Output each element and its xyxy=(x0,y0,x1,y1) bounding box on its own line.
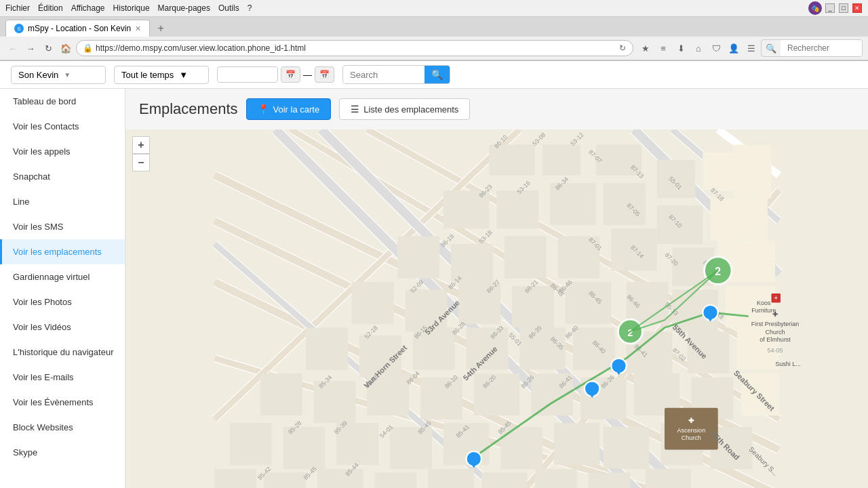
browser-search[interactable]: 🔍 xyxy=(761,39,863,57)
menu-historique[interactable]: Historique xyxy=(113,3,150,13)
svg-rect-68 xyxy=(474,373,520,415)
toolbar-icons: ★ ≡ ⬇ ⌂ 🛡 👤 ☰ xyxy=(639,41,758,55)
menu-affichage[interactable]: Affichage xyxy=(71,3,105,13)
sidebar-item-emails[interactable]: Voir les E-mails xyxy=(0,365,125,390)
sidebar-item-photos[interactable]: Voir les Photos xyxy=(0,289,125,314)
menu-marque-pages[interactable]: Marque-pages xyxy=(158,3,210,13)
menu-bar: Fichier Édition Affichage Historique Mar… xyxy=(0,0,868,17)
app-search-input[interactable] xyxy=(343,66,425,83)
refresh-button[interactable]: ↻ xyxy=(41,41,56,56)
time-filter-label: Tout le temps xyxy=(121,70,174,80)
browser-search-input[interactable] xyxy=(781,40,862,56)
ssl-lock-icon: 🔒 xyxy=(82,43,93,54)
bookmark-icon[interactable]: ★ xyxy=(639,41,652,55)
sidebar-item-events[interactable]: Voir les Évènements xyxy=(0,390,125,415)
svg-rect-39 xyxy=(711,198,768,240)
svg-rect-42 xyxy=(505,237,547,279)
menu-fichier[interactable]: Fichier xyxy=(5,3,30,13)
menu-outils[interactable]: Outils xyxy=(218,3,239,13)
sidebar-item-line[interactable]: Line xyxy=(0,189,125,214)
svg-rect-91 xyxy=(589,472,631,488)
svg-rect-64 xyxy=(260,373,302,415)
sidebar-item-geofencing[interactable]: Gardiennage virtuel xyxy=(0,264,125,289)
zoom-out-button[interactable]: − xyxy=(132,154,150,171)
sidebar-item-browser[interactable]: L'historique du navigateur xyxy=(0,340,125,365)
home-button[interactable]: 🏠 xyxy=(58,41,73,56)
sidebar: Tableau de bord Voir les Contacts Voir l… xyxy=(0,89,125,488)
device-selector[interactable]: Son Kevin ▼ xyxy=(11,66,106,84)
svg-rect-81 xyxy=(604,427,650,469)
download-icon[interactable]: ⬇ xyxy=(674,41,688,55)
svg-rect-51 xyxy=(566,282,612,324)
sidebar-item-calls[interactable]: Voir les appels xyxy=(0,139,125,164)
svg-rect-58 xyxy=(467,328,509,370)
shield-icon[interactable]: 🛡 xyxy=(709,41,723,55)
svg-rect-60 xyxy=(573,328,615,370)
view-map-button[interactable]: 📍 Voir la carte xyxy=(246,98,332,120)
svg-rect-29 xyxy=(542,145,580,176)
zoom-in-button[interactable]: + xyxy=(132,136,150,154)
svg-rect-77 xyxy=(390,427,432,469)
sidebar-item-locations[interactable]: Voir les emplacements xyxy=(0,239,125,264)
menu-help[interactable]: ? xyxy=(248,3,252,13)
sidebar-item-sms[interactable]: Voir les SMS xyxy=(0,214,125,239)
svg-text:Ascension: Ascension xyxy=(677,427,706,434)
svg-rect-28 xyxy=(489,145,535,176)
svg-text:Church: Church xyxy=(682,434,701,441)
svg-rect-85 xyxy=(264,472,306,488)
window-controls: 🎭 _ □ ✕ xyxy=(808,1,863,15)
profile-icon[interactable]: 👤 xyxy=(727,41,741,55)
active-tab[interactable]: S mSpy - Location - Son Kevin ✕ xyxy=(5,20,150,37)
forward-button[interactable]: → xyxy=(23,41,38,56)
svg-text:Church: Church xyxy=(766,329,785,336)
svg-text:54-05: 54-05 xyxy=(768,347,783,354)
tab-favicon: S xyxy=(14,24,24,33)
date-separator: — xyxy=(303,70,312,80)
address-bar: ← → ↻ 🏠 🔒 https://demo.mspy.com/user.vie… xyxy=(0,37,868,60)
map-container[interactable]: 86-10 53-08 53-12 86-23 53-16 86-34 86-1… xyxy=(125,129,868,488)
view-list-button[interactable]: ☰ Liste des emplacements xyxy=(339,98,470,120)
sidebar-item-skype[interactable]: Skype xyxy=(0,440,125,465)
sidebar-item-contacts[interactable]: Voir les Contacts xyxy=(0,114,125,139)
sidebar-item-videos[interactable]: Voir les Vidéos xyxy=(0,314,125,340)
home-icon2[interactable]: ⌂ xyxy=(692,41,705,55)
app-search[interactable]: 🔍 xyxy=(342,65,450,84)
svg-rect-90 xyxy=(535,469,577,488)
svg-rect-48 xyxy=(406,289,448,331)
new-tab-button[interactable]: + xyxy=(153,20,169,37)
time-selector[interactable]: Tout le temps ▼ xyxy=(114,66,209,84)
svg-text:Koos: Koos xyxy=(757,300,771,306)
back-button[interactable]: ← xyxy=(5,41,20,56)
app-search-button[interactable]: 🔍 xyxy=(425,66,450,83)
svg-text:+: + xyxy=(774,294,778,302)
maximize-button[interactable]: □ xyxy=(839,3,848,13)
svg-rect-47 xyxy=(352,282,394,324)
reader-icon[interactable]: ≡ xyxy=(656,41,670,55)
svg-rect-62 xyxy=(688,331,730,373)
date-start-input[interactable] xyxy=(217,66,278,83)
url-refresh-icon[interactable]: ↻ xyxy=(619,43,626,53)
calendar-start-icon[interactable]: 📅 xyxy=(281,66,300,83)
svg-rect-92 xyxy=(646,469,692,488)
calendar-end-icon[interactable]: 📅 xyxy=(315,66,334,83)
close-button[interactable]: ✕ xyxy=(852,3,862,13)
url-bar[interactable]: 🔒 https://demo.mspy.com/user.view.locati… xyxy=(76,40,633,56)
tab-title: mSpy - Location - Son Kevin xyxy=(28,24,131,33)
sidebar-item-block-websites[interactable]: Block Websites xyxy=(0,415,125,440)
content-header: Emplacements 📍 Voir la carte ☰ Liste des… xyxy=(125,89,868,129)
sidebar-item-dashboard[interactable]: Tableau de bord xyxy=(0,89,125,114)
main-layout: Tableau de bord Voir les Contacts Voir l… xyxy=(0,89,868,488)
tab-close-icon[interactable]: ✕ xyxy=(135,24,141,33)
svg-rect-55 xyxy=(306,328,348,370)
sidebar-item-snapchat[interactable]: Snapchat xyxy=(0,164,125,189)
menu-icon[interactable]: ☰ xyxy=(745,41,758,55)
menu-edition[interactable]: Édition xyxy=(38,3,63,13)
svg-rect-37 xyxy=(604,183,646,225)
svg-rect-84 xyxy=(214,469,256,488)
svg-rect-67 xyxy=(420,378,462,420)
date-range: 📅 — 📅 xyxy=(217,66,334,83)
svg-rect-89 xyxy=(481,472,528,488)
map-icon: 📍 xyxy=(258,104,269,115)
svg-text:2: 2 xyxy=(627,327,633,338)
minimize-button[interactable]: _ xyxy=(825,3,835,13)
